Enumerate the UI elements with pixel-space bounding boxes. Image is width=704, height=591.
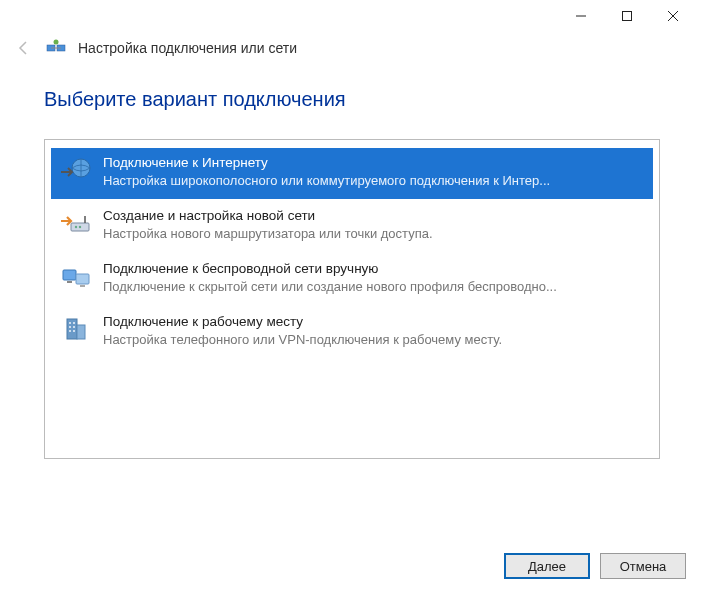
footer-buttons: Далее Отмена — [504, 553, 686, 579]
svg-rect-1 — [623, 12, 632, 21]
option-connect-workplace[interactable]: Подключение к рабочему месту Настройка т… — [51, 307, 653, 358]
building-server-icon — [59, 313, 93, 347]
maximize-button[interactable] — [604, 0, 650, 32]
svg-rect-21 — [69, 326, 71, 328]
svg-rect-22 — [73, 326, 75, 328]
router-arrow-icon — [59, 207, 93, 241]
option-connect-internet[interactable]: Подключение к Интернету Настройка широко… — [51, 148, 653, 199]
svg-point-11 — [79, 226, 81, 228]
titlebar — [0, 0, 704, 32]
option-desc: Настройка телефонного или VPN-подключени… — [103, 331, 645, 348]
two-monitors-icon — [59, 260, 93, 294]
option-desc: Настройка широкополосного или коммутируе… — [103, 172, 645, 189]
next-button[interactable]: Далее — [504, 553, 590, 579]
svg-rect-14 — [76, 274, 89, 284]
network-wizard-icon — [46, 38, 66, 58]
page-heading: Выберите вариант подключения — [44, 88, 660, 111]
svg-rect-24 — [73, 330, 75, 332]
svg-rect-19 — [69, 322, 71, 324]
svg-rect-13 — [63, 270, 76, 280]
option-setup-new-network[interactable]: Создание и настройка новой сети Настройк… — [51, 201, 653, 252]
minimize-button[interactable] — [558, 0, 604, 32]
svg-point-10 — [75, 226, 77, 228]
back-button[interactable] — [14, 38, 34, 58]
header: Настройка подключения или сети — [0, 32, 704, 68]
svg-rect-17 — [67, 319, 77, 339]
option-title: Подключение к рабочему месту — [103, 313, 645, 331]
option-manual-wireless[interactable]: Подключение к беспроводной сети вручную … — [51, 254, 653, 305]
wizard-title: Настройка подключения или сети — [78, 40, 297, 56]
content-area: Выберите вариант подключения Подключение… — [0, 68, 704, 459]
svg-rect-18 — [77, 325, 85, 339]
globe-arrow-icon — [59, 154, 93, 188]
option-title: Подключение к Интернету — [103, 154, 645, 172]
cancel-button[interactable]: Отмена — [600, 553, 686, 579]
svg-rect-20 — [73, 322, 75, 324]
connection-options-list: Подключение к Интернету Настройка широко… — [44, 139, 660, 459]
svg-rect-15 — [67, 281, 72, 283]
svg-point-6 — [54, 40, 59, 45]
option-title: Подключение к беспроводной сети вручную — [103, 260, 645, 278]
option-desc: Подключение к скрытой сети или создание … — [103, 278, 645, 295]
svg-rect-23 — [69, 330, 71, 332]
svg-rect-16 — [80, 285, 85, 287]
option-title: Создание и настройка новой сети — [103, 207, 645, 225]
option-desc: Настройка нового маршрутизатора или точк… — [103, 225, 645, 242]
close-button[interactable] — [650, 0, 696, 32]
